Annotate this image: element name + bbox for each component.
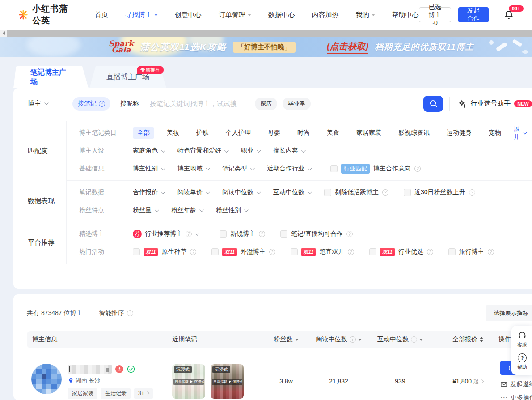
question-icon[interactable]: [186, 231, 192, 237]
search-mode-note-pill[interactable]: 搜笔记: [72, 97, 110, 111]
more-tags-button[interactable]: 3+: [134, 388, 153, 399]
hot-tag-graduation[interactable]: 毕业季: [283, 98, 311, 110]
invite-button[interactable]: 发起邀约: [500, 380, 532, 388]
tab-note-blogger-plaza[interactable]: 笔记博主广场: [13, 66, 89, 88]
checkbox-d11-spillover[interactable]: 双11 外溢博主: [211, 248, 275, 256]
dropdown-family-role[interactable]: 家庭角色: [133, 147, 164, 155]
checkbox[interactable]: [291, 248, 298, 255]
nav-item-mine[interactable]: 我的: [356, 11, 375, 19]
dropdown-occupation[interactable]: 职业: [241, 147, 260, 155]
checkbox[interactable]: [369, 248, 376, 255]
category-maternity[interactable]: 母婴: [263, 127, 285, 139]
scrollbar-thumb[interactable]: [7, 30, 532, 37]
checkbox-new-blogger[interactable]: 新锐博主: [220, 230, 265, 238]
note-thumbnail[interactable]: 沉浸式 日常消耗沉浸式补货: [172, 364, 205, 399]
dropdown-fans-count[interactable]: 粉丝量: [133, 206, 158, 214]
category-pets[interactable]: 宠物: [484, 127, 506, 139]
checkbox-d11-native-seeding[interactable]: 双11 原生种草: [133, 248, 196, 256]
horizontal-scrollbar[interactable]: [0, 30, 532, 37]
nav-item-creative-center[interactable]: 创意中心: [175, 11, 202, 19]
question-icon[interactable]: [414, 166, 421, 172]
dropdown-read-median[interactable]: 阅读中位数: [222, 188, 260, 196]
notification-bell[interactable]: 99+: [503, 9, 514, 21]
question-icon[interactable]: [427, 249, 433, 255]
dropdown-fans-age[interactable]: 粉丝年龄: [171, 206, 203, 214]
selected-bloggers-button[interactable]: 已选博主·0: [419, 7, 451, 22]
checkbox[interactable]: [404, 189, 411, 196]
note-thumbnail[interactable]: 沉浸式 日常消耗沉浸式补货: [211, 364, 244, 399]
category-skincare[interactable]: 护肤: [192, 127, 213, 139]
checkbox[interactable]: [211, 248, 219, 255]
dropdown-region[interactable]: 博主地域: [177, 165, 209, 173]
customer-service-button[interactable]: 客服: [517, 330, 527, 348]
banner-click-cta[interactable]: (点击获取): [327, 40, 368, 54]
dropdown-industry-recommend[interactable]: 荐 行业推荐博主: [133, 230, 198, 238]
checkbox[interactable]: [324, 189, 331, 196]
checkbox-d11-note-live[interactable]: 双11 笔直双开: [291, 248, 354, 256]
search-scope-dropdown[interactable]: 博主: [28, 99, 47, 108]
question-icon[interactable]: [190, 249, 196, 255]
col-fans-sort[interactable]: 粉丝数: [264, 336, 308, 344]
nav-item-content-heating[interactable]: 内容加热: [312, 11, 339, 19]
col-read-median-sort[interactable]: 阅读中位数: [308, 336, 369, 344]
start-cooperation-button[interactable]: 发起合作: [458, 7, 489, 22]
category-fashion[interactable]: 时尚: [293, 127, 314, 139]
industry-assistant[interactable]: 行业选号助手 NEW: [449, 97, 532, 111]
scroll-left-button[interactable]: [0, 30, 7, 37]
nav-item-help-center[interactable]: 帮助中心: [392, 11, 419, 19]
hot-tag-visit-store[interactable]: 探店: [255, 98, 277, 110]
checkbox-travel-blogger[interactable]: 旅行博主: [448, 248, 494, 256]
checkbox-d11-industry-select[interactable]: 双11 行业优选: [369, 248, 433, 256]
choose-metrics-button[interactable]: 选择展示指标: [486, 305, 532, 321]
checkbox-fans-rising[interactable]: 近30日粉丝数上升: [404, 188, 475, 196]
dropdown-note-type[interactable]: 笔记类型: [222, 165, 253, 173]
category-home[interactable]: 家居家装: [352, 127, 386, 139]
expand-button[interactable]: 展开: [514, 125, 526, 141]
category-fitness[interactable]: 运动健身: [442, 127, 476, 139]
col-price-sort[interactable]: 全部报价: [431, 336, 498, 344]
search-button[interactable]: [423, 96, 443, 112]
dropdown-interact-median[interactable]: 互动中位数: [273, 188, 311, 196]
category-personal-care[interactable]: 个人护理: [221, 127, 255, 139]
promo-banner[interactable]: SparkGala 蒲公英双11选K攻略 「好博主不怕晚」 (点击获取) 档期充…: [0, 37, 532, 57]
checkbox[interactable]: [280, 230, 287, 238]
checkbox[interactable]: [220, 230, 227, 238]
search-mode-nickname[interactable]: 搜昵称: [120, 100, 139, 108]
checkbox-industry-match-intent[interactable]: 行业匹配 博主合作意向: [330, 164, 421, 174]
question-icon[interactable]: [348, 249, 354, 255]
blogger-info-cell[interactable]: 湖南 长沙 家居家装 生活记录 3+: [27, 364, 172, 399]
dropdown-background-hobby[interactable]: 特色背景和爱好: [177, 147, 228, 155]
question-icon[interactable]: [488, 249, 494, 255]
more-operations-button[interactable]: 更多操作: [500, 394, 532, 400]
question-icon[interactable]: [382, 189, 388, 196]
dropdown-fans-gender[interactable]: 粉丝性别: [216, 206, 247, 214]
dropdown-recent-coop-industry[interactable]: 近期合作行业: [267, 165, 311, 173]
nav-item-home[interactable]: 首页: [95, 11, 108, 19]
question-icon[interactable]: [469, 189, 475, 196]
checkbox-note-live-both[interactable]: 笔记/直播均可合作: [280, 230, 353, 238]
brand-logo[interactable]: 小红书蒲公英: [18, 3, 75, 26]
dropdown-gender[interactable]: 博主性别: [133, 165, 164, 173]
dropdown-coop-price[interactable]: 合作报价: [133, 188, 164, 196]
dropdown-content-strength[interactable]: 擅长内容: [273, 147, 304, 155]
col-interact-median-sort[interactable]: 互动中位数: [369, 336, 431, 344]
price-cell[interactable]: ¥1,800 起: [431, 378, 498, 385]
dropdown-read-unit-price[interactable]: 阅读单价: [177, 188, 209, 196]
search-input[interactable]: [150, 100, 255, 107]
category-food[interactable]: 美食: [322, 127, 344, 139]
category-beauty[interactable]: 美妆: [162, 127, 184, 139]
checkbox[interactable]: [448, 248, 456, 255]
question-icon[interactable]: [346, 231, 353, 237]
question-icon[interactable]: [269, 249, 275, 255]
question-icon[interactable]: [259, 231, 265, 237]
category-all[interactable]: 全部: [133, 127, 154, 139]
checkbox-exclude-inactive[interactable]: 剔除低活跃博主: [324, 188, 388, 196]
help-button[interactable]: ? 帮助: [517, 353, 527, 370]
nav-item-data-center[interactable]: 数据中心: [268, 11, 295, 19]
avatar[interactable]: [31, 364, 62, 394]
checkbox[interactable]: [133, 248, 140, 255]
category-media[interactable]: 影视综资讯: [394, 127, 434, 139]
smart-sort-dropdown[interactable]: 智能排序: [99, 309, 133, 317]
nav-item-order-management[interactable]: 订单管理: [219, 11, 251, 19]
nav-item-find-bloggers[interactable]: 寻找博主: [125, 11, 158, 19]
